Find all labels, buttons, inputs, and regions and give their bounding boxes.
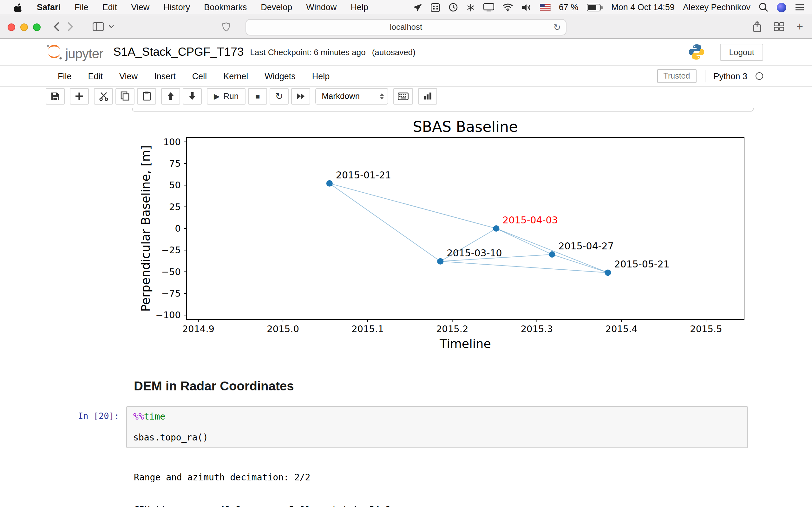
tab-overview-icon[interactable] [774, 22, 784, 31]
code-cell: In [20]: %%time sbas.topo_ra() [0, 406, 812, 448]
battery-icon[interactable] [587, 3, 603, 11]
jp-menu-widgets[interactable]: Widgets [256, 71, 304, 81]
menubar-item-file[interactable]: File [67, 0, 96, 14]
grid-app-icon[interactable] [431, 3, 440, 12]
cell-type-select[interactable]: Markdown [315, 88, 388, 104]
notification-center-icon[interactable] [795, 4, 804, 11]
menubar-username[interactable]: Alexey Pechnikov [683, 3, 751, 12]
restart-run-all-button[interactable] [291, 88, 310, 104]
restart-icon: ↻ [275, 90, 283, 102]
nav-buttons [53, 20, 73, 34]
header-right: Logout [688, 43, 763, 60]
save-button[interactable] [46, 88, 65, 104]
battery-percentage[interactable]: 67 % [559, 3, 578, 12]
y-tick-label: 75 [169, 158, 181, 169]
menubar-item-history[interactable]: History [156, 0, 197, 14]
jp-menu-cell[interactable]: Cell [184, 71, 215, 81]
address-bar[interactable]: localhost ↻ [246, 19, 566, 35]
jupyter-logo[interactable]: jupyter [45, 43, 103, 61]
point-label: 2015-01-21 [336, 170, 391, 181]
y-tick-label: −75 [161, 288, 181, 299]
fast-forward-icon [296, 92, 305, 100]
snowflake-icon[interactable] [466, 3, 475, 12]
output-line: Range and azimuth decimation: 2/2 [134, 472, 401, 483]
bar-chart-icon [423, 92, 432, 100]
apple-menu[interactable] [6, 3, 30, 12]
jp-menu-view[interactable]: View [111, 71, 146, 81]
jupyter-logo-text: jupyter [65, 47, 103, 61]
menubar-item-bookmarks[interactable]: Bookmarks [197, 0, 254, 14]
menubar-item-edit[interactable]: Edit [96, 0, 124, 14]
privacy-shield-icon[interactable] [222, 22, 230, 32]
jp-menu-edit[interactable]: Edit [80, 71, 111, 81]
time-machine-icon[interactable] [449, 3, 458, 12]
address-text: localhost [390, 22, 422, 32]
x-tick-label: 2015.3 [521, 324, 553, 334]
x-tick-label: 2015.4 [605, 324, 637, 334]
menubar-item-develop[interactable]: Develop [254, 0, 299, 14]
cell-output: Range and azimuth decimation: 2/2 CPU ti… [134, 450, 401, 507]
volume-icon[interactable] [521, 3, 531, 11]
paste-button[interactable] [137, 88, 156, 104]
run-button[interactable]: ▶ Run [207, 88, 246, 104]
back-button[interactable] [53, 21, 60, 32]
add-cell-button[interactable] [70, 88, 89, 104]
window-controls [8, 23, 41, 31]
move-group [161, 88, 202, 104]
kernel-idle-indicator [756, 72, 763, 80]
interrupt-kernel-button[interactable]: ■ [248, 88, 267, 104]
arrow-down-icon [189, 92, 196, 100]
notebook-title[interactable]: S1A_Stack_CPGF_T173 [113, 45, 244, 59]
spotlight-icon[interactable] [759, 3, 768, 12]
jupyter-header: jupyter S1A_Stack_CPGF_T173 Last Checkpo… [0, 39, 812, 66]
move-cell-up-button[interactable] [161, 88, 180, 104]
siri-icon[interactable] [776, 2, 786, 12]
menubar-menus: Safari File Edit View History Bookmarks … [6, 0, 375, 14]
sidebar-control[interactable] [93, 20, 114, 34]
point-label: 2015-04-03 [502, 215, 558, 226]
restart-kernel-button[interactable]: ↻ [270, 88, 289, 104]
menubar-item-help[interactable]: Help [344, 0, 375, 14]
jupyter-logo-icon [45, 43, 63, 61]
new-tab-button[interactable]: + [797, 21, 803, 32]
command-palette-button[interactable] [393, 88, 413, 104]
open-widgets-button[interactable] [418, 88, 437, 104]
menubar-right: Trusted Python 3 [657, 69, 763, 83]
jp-menu-help[interactable]: Help [304, 71, 338, 81]
zoom-window-button[interactable] [33, 23, 41, 31]
save-icon [51, 92, 60, 101]
reload-icon[interactable]: ↻ [554, 22, 561, 32]
paper-plane-icon[interactable] [412, 3, 422, 12]
wifi-icon[interactable] [502, 3, 513, 11]
minimize-window-button[interactable] [20, 23, 28, 31]
screen-mirroring-icon[interactable] [484, 3, 494, 11]
move-cell-down-button[interactable] [183, 88, 202, 104]
cut-button[interactable] [94, 88, 113, 104]
paste-icon [142, 91, 151, 101]
jp-menu-insert[interactable]: Insert [146, 71, 184, 81]
data-point [437, 258, 444, 265]
scissors-icon [99, 92, 108, 101]
close-window-button[interactable] [8, 23, 15, 31]
code-line: %%time [133, 411, 747, 422]
jp-menu-kernel[interactable]: Kernel [215, 71, 256, 81]
code-input-area[interactable]: %%time sbas.topo_ra() [126, 406, 748, 448]
section-heading: DEM in Radar Coordinates [134, 379, 294, 394]
copy-button[interactable] [115, 88, 135, 104]
magic-symbol: %% [133, 411, 144, 421]
jupyter-menubar: File Edit View Insert Cell Kernel Widget… [0, 66, 812, 87]
jp-menu-file[interactable]: File [49, 71, 80, 81]
menubar-item-safari[interactable]: Safari [30, 0, 67, 14]
sbas-baseline-chart: SBAS Baseline2014.92015.02015.12015.2201… [141, 118, 750, 355]
forward-button[interactable] [67, 21, 73, 32]
share-icon[interactable] [753, 21, 762, 32]
menubar-item-view[interactable]: View [124, 0, 156, 14]
input-source-flag-icon[interactable] [540, 4, 551, 11]
menubar-item-window[interactable]: Window [299, 0, 344, 14]
previous-cell-bottom-edge[interactable] [132, 108, 754, 112]
copy-icon [120, 91, 130, 101]
menubar-clock[interactable]: Mon 4 Oct 14:59 [611, 3, 675, 12]
x-tick-label: 2015.0 [267, 324, 299, 334]
point-label: 2015-03-10 [447, 247, 502, 259]
logout-button[interactable]: Logout [720, 43, 763, 60]
